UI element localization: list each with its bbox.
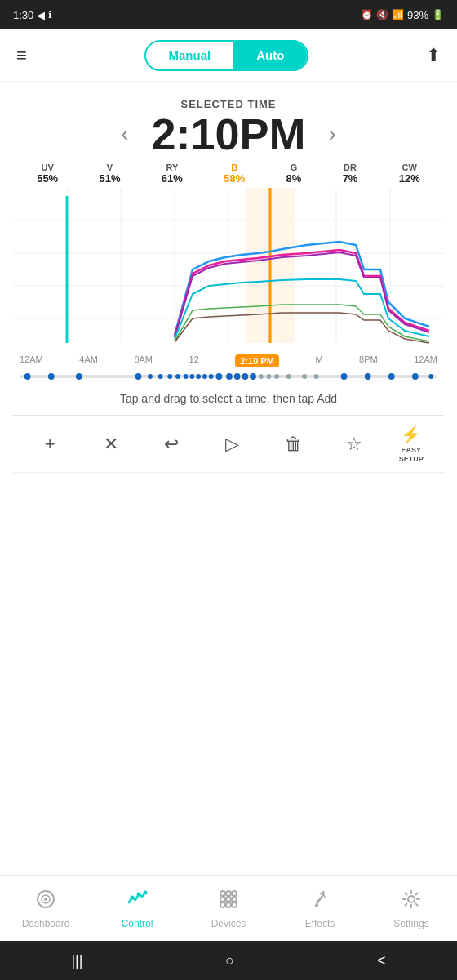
channel-ry-name: RY xyxy=(166,163,178,172)
svg-point-24 xyxy=(184,374,189,379)
channel-dr: DR 7% xyxy=(343,163,358,185)
battery-label: 93% xyxy=(407,9,428,21)
bottom-nav: Dashboard Control xyxy=(0,875,457,941)
channel-uv: UV 55% xyxy=(37,163,58,185)
channel-b-pct: 58% xyxy=(224,172,245,185)
channel-uv-name: UV xyxy=(42,163,54,172)
channel-cw-pct: 12% xyxy=(399,172,420,185)
nav-devices-label: Devices xyxy=(211,918,246,929)
svg-point-33 xyxy=(250,373,256,380)
nav-dashboard[interactable]: Dashboard xyxy=(13,888,78,929)
add-button[interactable]: + xyxy=(33,434,66,455)
channel-uv-pct: 55% xyxy=(37,172,58,185)
control-icon xyxy=(126,888,149,916)
channel-values: UV 55% V 51% RY 61% B 58% G 8% DR 7% CW … xyxy=(13,163,444,185)
system-back-button[interactable]: < xyxy=(377,952,386,969)
channel-dr-name: DR xyxy=(344,163,357,172)
svg-point-22 xyxy=(167,374,172,379)
channel-cw: CW 12% xyxy=(399,163,420,185)
dashboard-icon xyxy=(34,888,57,916)
channel-ry-pct: 61% xyxy=(162,172,183,185)
svg-point-62 xyxy=(408,896,415,902)
undo-button[interactable]: ↩ xyxy=(155,434,188,455)
time-axis-12am-start: 12AM xyxy=(20,354,43,368)
svg-point-26 xyxy=(196,374,201,379)
nav-settings[interactable]: Settings xyxy=(379,888,444,929)
top-nav: ≡ Manual Auto ⬆ xyxy=(0,29,457,82)
channel-g-name: G xyxy=(291,163,298,172)
svg-point-29 xyxy=(215,373,222,380)
svg-point-37 xyxy=(286,374,291,379)
chart-svg[interactable] xyxy=(13,188,444,351)
settings-icon xyxy=(400,888,423,916)
alarm-icon: ⏰ xyxy=(361,9,373,20)
easy-setup-button[interactable]: ⚡ EASYSETUP xyxy=(399,425,424,464)
svg-point-30 xyxy=(226,373,233,380)
hamburger-icon[interactable]: ≡ xyxy=(16,45,27,66)
alert-icon: ℹ xyxy=(48,9,52,20)
svg-point-57 xyxy=(220,902,225,907)
svg-point-27 xyxy=(202,374,207,379)
manual-mode-button[interactable]: Manual xyxy=(146,42,234,69)
svg-point-31 xyxy=(234,373,241,380)
svg-point-56 xyxy=(232,897,237,902)
status-right: ⏰ 🔇 📶 93% 🔋 xyxy=(361,9,444,21)
share-icon[interactable]: ⬆ xyxy=(426,45,441,66)
status-time: 1:30 xyxy=(13,9,33,21)
toolbar: + ✕ ↩ ▷ 🗑 ☆ ⚡ EASYSETUP xyxy=(13,416,444,473)
nav-control[interactable]: Control xyxy=(104,888,170,929)
svg-point-54 xyxy=(220,897,225,902)
status-left: 1:30 ◀ ℹ xyxy=(13,9,52,21)
svg-point-42 xyxy=(388,373,395,380)
channel-v-pct: 51% xyxy=(100,172,121,185)
channel-v: V 51% xyxy=(100,163,121,185)
svg-point-50 xyxy=(144,891,148,895)
nav-dashboard-label: Dashboard xyxy=(22,918,70,929)
svg-point-21 xyxy=(158,374,163,379)
signal-icon: 📶 xyxy=(392,9,404,20)
svg-point-38 xyxy=(302,374,307,379)
system-home-button[interactable]: ○ xyxy=(225,952,234,969)
main-content: SELECTED TIME ‹ 2:10PM › UV 55% V 51% RY… xyxy=(0,82,457,473)
time-prev-button[interactable]: ‹ xyxy=(114,121,135,147)
system-menu-button[interactable]: ||| xyxy=(71,952,82,969)
svg-point-18 xyxy=(76,373,82,380)
time-axis-12am-end: 12AM xyxy=(414,354,437,368)
devices-icon xyxy=(217,888,240,916)
svg-point-28 xyxy=(209,374,214,379)
svg-point-17 xyxy=(48,373,55,380)
auto-mode-button[interactable]: Auto xyxy=(233,42,307,69)
svg-point-23 xyxy=(175,374,180,379)
nav-control-label: Control xyxy=(122,918,153,929)
channel-dr-pct: 7% xyxy=(343,172,358,185)
close-button[interactable]: ✕ xyxy=(95,434,127,455)
battery-icon: 🔋 xyxy=(432,9,444,20)
svg-point-19 xyxy=(135,373,142,380)
svg-point-58 xyxy=(226,902,231,907)
mute-icon: 🔇 xyxy=(376,9,388,20)
scrubber-dots[interactable] xyxy=(13,371,444,382)
svg-point-51 xyxy=(220,891,225,896)
time-axis-8am: 8AM xyxy=(134,354,153,368)
channel-b: B 58% xyxy=(224,163,245,185)
delete-button[interactable]: 🗑 xyxy=(277,434,310,455)
svg-point-36 xyxy=(274,374,279,379)
star-button[interactable]: ☆ xyxy=(338,434,370,455)
svg-point-32 xyxy=(242,373,248,380)
nav-effects[interactable]: Effects xyxy=(287,888,353,929)
nav-devices[interactable]: Devices xyxy=(196,888,261,929)
time-display-row: ‹ 2:10PM › xyxy=(13,112,444,156)
time-axis-8pm: 8PM xyxy=(359,354,378,368)
svg-point-55 xyxy=(226,897,231,902)
svg-point-44 xyxy=(428,374,433,379)
time-value: 2:10PM xyxy=(151,112,305,156)
svg-point-52 xyxy=(226,891,231,896)
chart-container[interactable] xyxy=(13,188,444,351)
svg-point-49 xyxy=(137,893,141,897)
channel-cw-name: CW xyxy=(402,163,417,172)
time-next-button[interactable]: › xyxy=(322,121,343,147)
play-button[interactable]: ▷ xyxy=(216,434,249,455)
easy-setup-label: EASYSETUP xyxy=(399,446,424,464)
easy-setup-icon: ⚡ xyxy=(401,425,421,444)
svg-point-20 xyxy=(148,374,153,379)
